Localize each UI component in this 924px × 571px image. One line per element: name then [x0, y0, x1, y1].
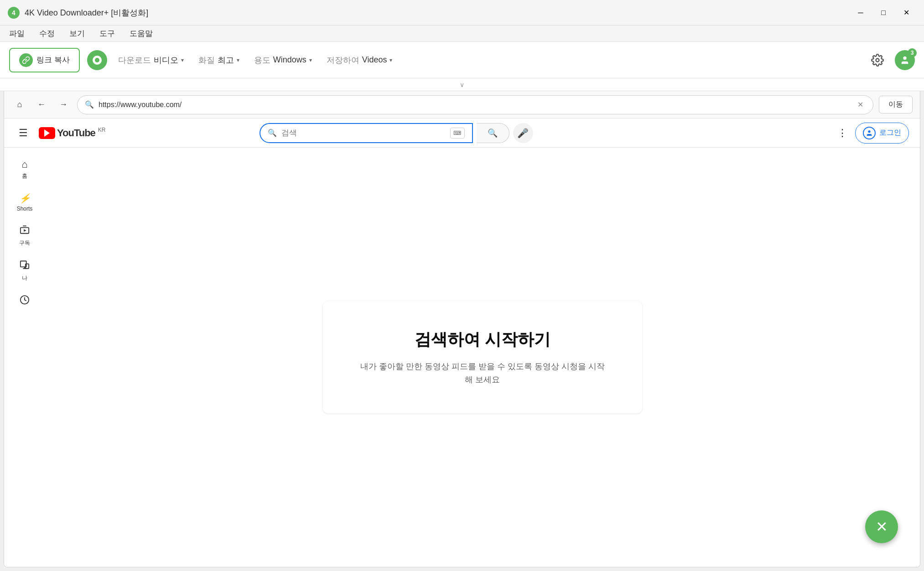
download-chevron-icon: ▾	[181, 57, 184, 63]
youtube-mic-button[interactable]: 🎤	[513, 123, 533, 143]
browser-forward-button[interactable]: →	[55, 97, 72, 113]
sidebar-item-subscriptions[interactable]: 구독	[6, 219, 43, 252]
notification-badge: 3	[908, 48, 917, 57]
browser-back-button[interactable]: ←	[33, 97, 50, 113]
save-dropdown[interactable]: 저장하여 Videos ▾	[323, 52, 396, 68]
quality-dropdown[interactable]: 화질 최고 ▾	[195, 52, 243, 68]
link-icon	[19, 53, 33, 67]
youtube-search-input[interactable]	[281, 129, 450, 138]
url-bar: 🔍 ✕	[77, 95, 873, 114]
sidebar-item-home[interactable]: ⌂ 홈	[6, 153, 43, 185]
youtube-logo[interactable]: YouTube KR	[39, 127, 106, 139]
youtube-keyboard-icon[interactable]: ⌨	[450, 128, 465, 139]
browser-go-button[interactable]: 이동	[879, 96, 913, 113]
youtube-logo-text: YouTube	[57, 128, 95, 138]
settings-button[interactable]	[867, 50, 888, 70]
title-bar-left: 4 4K Video Downloader+ [비활성화]	[7, 6, 148, 19]
youtube-signin-label: 로그인	[879, 128, 901, 138]
home-label: 홈	[22, 172, 27, 180]
app-title: 4K Video Downloader+ [비활성화]	[25, 7, 148, 18]
download-value: 비디오	[154, 55, 178, 66]
browser-home-button[interactable]: ⌂	[11, 97, 28, 113]
close-button[interactable]: ✕	[896, 5, 917, 21]
subscriptions-icon	[20, 225, 30, 237]
usage-label: 용도	[254, 55, 270, 66]
download-type-dropdown[interactable]: 다운로드 비디오 ▾	[114, 52, 187, 68]
maximize-button[interactable]: □	[873, 5, 894, 21]
usage-value: Windows	[273, 55, 306, 65]
quality-label: 화질	[198, 55, 215, 66]
signin-person-icon	[866, 129, 873, 137]
url-input[interactable]	[99, 101, 850, 109]
home-icon: ⌂	[21, 159, 27, 170]
start-card-title: 검색하여 시작하기	[359, 329, 606, 351]
link-copy-button[interactable]: 링크 복사	[9, 48, 80, 72]
start-card-subtitle: 내가 좋아할 만한 동영상 피드를 받을 수 있도록 동영상 시청을 시작해 보…	[359, 360, 606, 386]
account-icon	[900, 55, 910, 65]
sidebar-item-me[interactable]: 나	[6, 254, 43, 288]
youtube-header-right: ⋮ 로그인	[833, 123, 909, 144]
youtube-search-icon: 🔍	[268, 129, 277, 137]
me-icon	[20, 260, 30, 273]
title-bar-controls: ─ □ ✕	[850, 5, 917, 21]
link-copy-label: 링크 복사	[36, 55, 70, 65]
youtube-header: ☰ YouTube KR 🔍 ⌨ 🔍 🎤 ⋮	[4, 118, 920, 148]
youtube-body: ⌂ 홈 ⚡ Shorts 구독	[4, 148, 920, 567]
svg-point-4	[868, 130, 870, 133]
me-label: 나	[22, 274, 27, 282]
save-chevron-icon: ▾	[389, 57, 392, 63]
youtube-logo-text-group: YouTube	[57, 128, 95, 138]
youtube-start-card: 검색하여 시작하기 내가 좋아할 만한 동영상 피드를 받을 수 있도록 동영상…	[323, 301, 642, 414]
title-bar: 4 4K Video Downloader+ [비활성화] ─ □ ✕	[0, 0, 924, 26]
usage-dropdown[interactable]: 용도 Windows ▾	[250, 52, 316, 68]
sidebar-item-shorts[interactable]: ⚡ Shorts	[6, 187, 43, 217]
quality-chevron-icon: ▾	[237, 57, 239, 63]
save-value: Videos	[362, 55, 387, 65]
youtube-search-box: 🔍 ⌨	[260, 123, 473, 143]
url-clear-button[interactable]: ✕	[855, 99, 866, 110]
save-label: 저장하여	[327, 55, 359, 66]
svg-marker-6	[24, 229, 26, 232]
paste-url-button[interactable]	[87, 50, 107, 70]
collapse-bar[interactable]: ∨	[0, 78, 924, 91]
usage-chevron-icon: ▾	[309, 57, 312, 63]
link-svg	[22, 56, 30, 64]
youtube-menu-icon[interactable]: ☰	[15, 123, 31, 143]
menu-view[interactable]: 보기	[67, 27, 87, 40]
svg-text:4: 4	[12, 9, 16, 16]
download-label: 다운로드	[118, 55, 151, 66]
shorts-label: Shorts	[17, 206, 33, 212]
browser-container: ⌂ ← → 🔍 ✕ 이동 ☰ YouTube KR 🔍	[4, 91, 920, 567]
history-icon	[20, 295, 30, 308]
youtube-signin-icon	[863, 127, 876, 139]
youtube-sidebar: ⌂ 홈 ⚡ Shorts 구독	[4, 148, 45, 567]
youtube-more-button[interactable]: ⋮	[833, 124, 851, 142]
menu-tools[interactable]: 도구	[98, 27, 117, 40]
menu-edit[interactable]: 수정	[37, 27, 57, 40]
youtube-logo-icon	[39, 127, 55, 139]
youtube-main-content: 검색하여 시작하기 내가 좋아할 만한 동영상 피드를 받을 수 있도록 동영상…	[45, 148, 920, 567]
app-icon: 4	[7, 6, 20, 19]
menu-help[interactable]: 도움말	[128, 27, 155, 40]
account-button[interactable]: 3	[895, 50, 915, 70]
collapse-icon: ∨	[460, 81, 464, 88]
history-svg	[20, 295, 30, 305]
shorts-icon: ⚡	[19, 193, 31, 204]
toolbar: 링크 복사 다운로드 비디오 ▾ 화질 최고 ▾ 용도 Windows ▾ 저장…	[0, 42, 924, 78]
youtube-signin-button[interactable]: 로그인	[855, 123, 909, 144]
subscriptions-svg	[20, 225, 30, 235]
subscriptions-label: 구독	[19, 239, 30, 247]
svg-point-3	[903, 56, 906, 59]
sidebar-item-history[interactable]	[6, 289, 43, 313]
menu-file[interactable]: 파일	[7, 27, 26, 40]
quality-value: 최고	[218, 55, 234, 66]
fab-button[interactable]: ✕	[865, 510, 898, 543]
me-svg	[20, 260, 30, 270]
browser-nav: ⌂ ← → 🔍 ✕ 이동	[4, 91, 920, 118]
youtube-search-button[interactable]: 🔍	[477, 123, 509, 143]
minimize-button[interactable]: ─	[850, 5, 871, 21]
youtube-logo-region: KR	[98, 127, 106, 133]
youtube-page: ☰ YouTube KR 🔍 ⌨ 🔍 🎤 ⋮	[4, 118, 920, 567]
menu-bar: 파일 수정 보기 도구 도움말	[0, 26, 924, 42]
paste-icon	[93, 56, 102, 65]
